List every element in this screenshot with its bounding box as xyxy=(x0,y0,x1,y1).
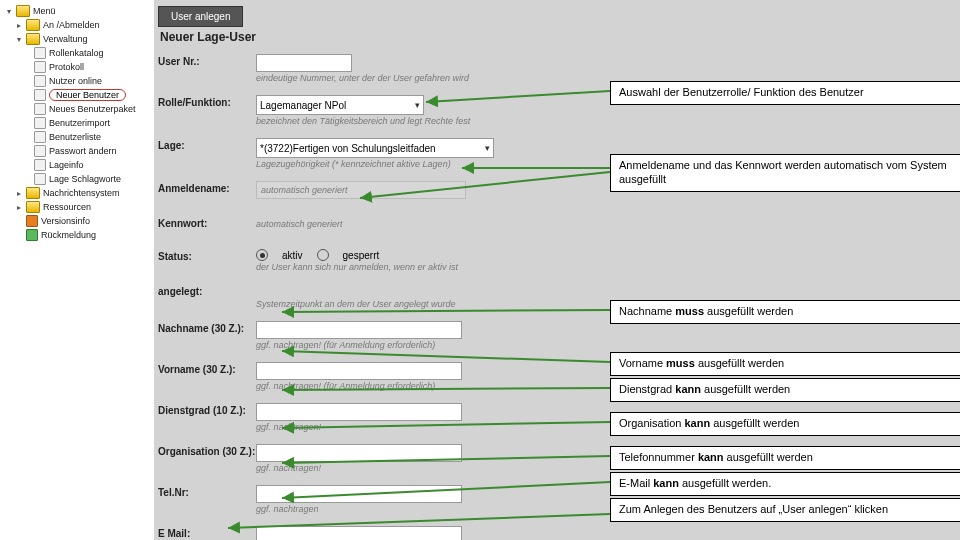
tree-item-lage-schlagworte[interactable]: Lage Schlagworte xyxy=(0,172,154,186)
hint-nachname: ggf. nachtragen! (für Anmeldung erforder… xyxy=(256,340,598,350)
collapse-icon: ▾ xyxy=(4,7,13,16)
page-icon xyxy=(34,159,46,171)
input-telnr[interactable] xyxy=(256,485,462,503)
form-area: Neuer Lage-User User Nr.: eindeutige Num… xyxy=(158,30,598,540)
radio-aktiv[interactable] xyxy=(256,249,268,261)
folder-icon xyxy=(26,187,40,199)
callout-rolle: Auswahl der Benutzerrolle/ Funktion des … xyxy=(610,81,960,105)
label-vorname: Vorname (30 Z.): xyxy=(158,362,256,375)
collapse-icon: ▾ xyxy=(14,35,23,44)
page-icon xyxy=(34,131,46,143)
field-anmeldename: automatisch generiert xyxy=(256,181,466,199)
tree-item-rollenkatalog[interactable]: Rollenkatalog xyxy=(0,46,154,60)
callout-vorname: Vorname muss ausgefüllt werden xyxy=(610,352,960,376)
tree-item-verwaltung[interactable]: ▾Verwaltung xyxy=(0,32,154,46)
label-angelegt: angelegt: xyxy=(158,284,256,297)
page-icon xyxy=(34,117,46,129)
label-user-nr: User Nr.: xyxy=(158,54,256,67)
callout-telnr: Telefonnummer kann ausgefüllt werden xyxy=(610,446,960,470)
folder-icon xyxy=(26,19,40,31)
expand-icon: ▸ xyxy=(14,203,23,212)
sidebar: ▾Menü ▸An /Abmelden ▾Verwaltung Rollenka… xyxy=(0,0,154,540)
label-telnr: Tel.Nr: xyxy=(158,485,256,498)
page-icon xyxy=(34,89,46,101)
page-icon xyxy=(34,103,46,115)
page-icon xyxy=(34,47,46,59)
label-anmeldename: Anmeldename: xyxy=(158,181,256,194)
hint-angelegt: Systemzeitpunkt an dem der User angelegt… xyxy=(256,299,598,309)
tree-item-neuer-benutzer[interactable]: Neuer Benutzer xyxy=(0,88,154,102)
field-kennwort: automatisch generiert xyxy=(256,216,460,232)
status-radio-group: aktivgesperrt xyxy=(256,249,598,261)
hint-user-nr: eindeutige Nummer, unter der der User ge… xyxy=(256,73,598,83)
input-user-nr[interactable] xyxy=(256,54,352,72)
radio-gesperrt[interactable] xyxy=(317,249,329,261)
label-dienstgrad: Dienstgrad (10 Z.): xyxy=(158,403,256,416)
hint-dienstgrad: ggf. nachtragen! xyxy=(256,422,598,432)
hint-vorname: ggf. nachtragen! (für Anmeldung erforder… xyxy=(256,381,598,391)
input-vorname[interactable] xyxy=(256,362,462,380)
tree-item-neues-benutzerpaket[interactable]: Neues Benutzerpaket xyxy=(0,102,154,116)
callout-submit: Zum Anlegen des Benutzers auf „User anle… xyxy=(610,498,960,522)
label-status: Status: xyxy=(158,249,256,262)
expand-icon: ▸ xyxy=(14,189,23,198)
hint-telnr: ggf. nachtragen xyxy=(256,504,598,514)
folder-icon xyxy=(16,5,30,17)
hint-status: der User kann sich nur anmelden, wenn er… xyxy=(256,262,598,272)
page-icon xyxy=(34,145,46,157)
tree-item-nachrichtensystem[interactable]: ▸Nachrichtensystem xyxy=(0,186,154,200)
hint-rolle: bezeichnet den Tätigkeitsbereich und leg… xyxy=(256,116,598,126)
folder-icon xyxy=(26,33,40,45)
callout-email: E-Mail kann ausgefüllt werden. xyxy=(610,472,960,496)
label-nachname: Nachname (30 Z.): xyxy=(158,321,256,334)
label-kennwort: Kennwort: xyxy=(158,216,256,229)
tree-item-lageinfo[interactable]: Lageinfo xyxy=(0,158,154,172)
select-rolle[interactable]: Lagemanager NPol▾ xyxy=(256,95,424,115)
callout-anmeldename: Anmeldename und das Kennwort werden auto… xyxy=(610,154,960,192)
tree-item-benutzerimport[interactable]: Benutzerimport xyxy=(0,116,154,130)
user-anlegen-top-button[interactable]: User anlegen xyxy=(158,6,243,27)
info-icon xyxy=(26,215,38,227)
page-icon xyxy=(34,61,46,73)
page-icon xyxy=(34,75,46,87)
tree-item-protokoll[interactable]: Protokoll xyxy=(0,60,154,74)
label-organisation: Organisation (30 Z.): xyxy=(158,444,256,457)
hint-lage: Lagezugehörigkeit (* kennzeichnet aktive… xyxy=(256,159,598,169)
tree-item-nutzer-online[interactable]: Nutzer online xyxy=(0,74,154,88)
page-icon xyxy=(34,173,46,185)
folder-icon xyxy=(26,201,40,213)
input-nachname[interactable] xyxy=(256,321,462,339)
tree-item-passwort-aendern[interactable]: Passwort ändern xyxy=(0,144,154,158)
label-rolle: Rolle/Funktion: xyxy=(158,95,256,108)
input-organisation[interactable] xyxy=(256,444,462,462)
tree-root[interactable]: ▾Menü xyxy=(0,4,154,18)
input-email[interactable] xyxy=(256,526,462,540)
tree-item-anmelden[interactable]: ▸An /Abmelden xyxy=(0,18,154,32)
form-title: Neuer Lage-User xyxy=(160,30,598,44)
tree-item-benutzerliste[interactable]: Benutzerliste xyxy=(0,130,154,144)
callout-organisation: Organisation kann ausgefüllt werden xyxy=(610,412,960,436)
tree-item-rueckmeldung[interactable]: Rückmeldung xyxy=(0,228,154,242)
callout-nachname: Nachname muss ausgefüllt werden xyxy=(610,300,960,324)
label-email: E Mail: xyxy=(158,526,256,539)
tree-item-versionsinfo[interactable]: Versionsinfo xyxy=(0,214,154,228)
select-lage[interactable]: *(3722)Fertigen von Schulungsleitfaden▾ xyxy=(256,138,494,158)
expand-icon: ▸ xyxy=(14,21,23,30)
hint-organisation: ggf. nachtragen! xyxy=(256,463,598,473)
callout-dienstgrad: Dienstgrad kann ausgefüllt werden xyxy=(610,378,960,402)
label-lage: Lage: xyxy=(158,138,256,151)
feedback-icon xyxy=(26,229,38,241)
input-dienstgrad[interactable] xyxy=(256,403,462,421)
chevron-down-icon: ▾ xyxy=(415,100,420,110)
chevron-down-icon: ▾ xyxy=(485,143,490,153)
tree-item-ressourcen[interactable]: ▸Ressourcen xyxy=(0,200,154,214)
